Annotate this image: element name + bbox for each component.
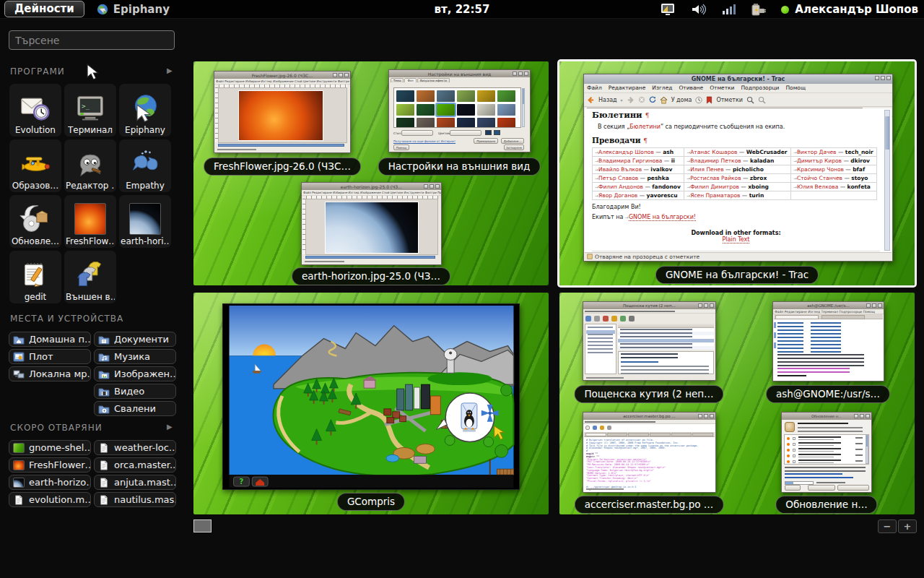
recent-expand-icon[interactable]: ▶ [167, 423, 173, 431]
gcompris-window[interactable]: ? [222, 303, 520, 490]
update-row[interactable] [786, 448, 864, 453]
workspace-2-active[interactable]: GNOME на български! - Trac ФайлРедактира… [559, 61, 915, 285]
workspace-indicator[interactable] [193, 519, 212, 532]
epiphany-browser-window[interactable]: GNOME на български! - Trac ФайлРедактира… [583, 74, 893, 262]
translator-link[interactable]: Стойчо Станчев [797, 175, 842, 181]
recent-item[interactable]: evolution.m… [9, 492, 91, 507]
translator-link[interactable]: Владимира Гиргинова [598, 158, 662, 164]
wallpaper-thumbnail[interactable] [457, 90, 475, 102]
translator-link[interactable]: Филип Димитров [690, 184, 739, 190]
display-settings-icon[interactable] [660, 3, 676, 16]
workspace-4[interactable]: Пощенска кутия (2 неп… ash@GN [559, 293, 915, 514]
battery-icon[interactable] [751, 3, 767, 16]
wallpaper-thumbnail[interactable] [477, 104, 495, 116]
team-link[interactable]: GNOME на български! [629, 214, 696, 221]
wallpaper-thumbnail[interactable] [497, 90, 515, 102]
wallpaper-grid[interactable] [393, 87, 521, 128]
recent-item[interactable]: earth-horizo… [9, 475, 91, 490]
translator-link[interactable]: Ивайло Вълков [598, 166, 642, 173]
wallpaper-thumbnail[interactable] [396, 90, 414, 102]
browser-menu-item[interactable]: Отметки [710, 85, 734, 91]
translator-link[interactable]: Ростислав Райков [690, 175, 741, 181]
browser-menu-item[interactable]: Отиване [679, 85, 703, 91]
wallpaper-thumbnail[interactable] [477, 118, 495, 128]
activities-button[interactable]: Дейности [4, 1, 84, 17]
translator-link[interactable]: Филип Андонов [598, 184, 643, 190]
app-tile[interactable]: earth-hori… [119, 195, 171, 248]
translator-link[interactable]: Атанас Кошаров [690, 149, 737, 155]
update-row[interactable] [786, 436, 864, 441]
gimp-freshflower-window[interactable]: FreshFlower.jpg-26.0 (ЧЗС… Файл Редактир… [214, 71, 351, 153]
app-tile[interactable]: Редактор … [64, 139, 116, 192]
translator-link[interactable]: Александър Шопов [598, 149, 654, 155]
place-item[interactable]: Локална мр… [9, 366, 91, 381]
appearance-tabs[interactable]: ТемаФонВизуални ефекти [389, 77, 530, 82]
recent-item[interactable]: anjuta.mast… [94, 475, 176, 490]
app-tile[interactable]: Обновле… [9, 195, 61, 248]
workspace-add-button[interactable]: + [898, 519, 917, 533]
app-tile[interactable]: Evolution [9, 84, 61, 137]
place-item[interactable]: Домашна п… [9, 332, 91, 347]
browser-menu-item[interactable]: Файл [587, 85, 602, 91]
network-signal-icon[interactable] [720, 3, 736, 16]
update-row[interactable] [786, 460, 864, 465]
place-item[interactable]: Плот [9, 349, 91, 364]
search-input[interactable] [9, 30, 175, 50]
browser-menu-item[interactable]: Помощ [785, 85, 806, 91]
translator-link[interactable]: Явор Доганов [598, 192, 637, 199]
wallpaper-thumbnail[interactable] [457, 118, 475, 128]
wallpaper-thumbnail[interactable] [417, 104, 435, 116]
wallpaper-thumbnail[interactable] [497, 104, 515, 116]
volume-icon[interactable] [690, 3, 706, 16]
browser-menu-item[interactable]: Редактиране [609, 85, 646, 91]
app-tile[interactable]: >_Терминал [64, 84, 116, 137]
place-item[interactable]: Документи [94, 332, 176, 347]
clock[interactable]: вт, 22:57 [435, 3, 490, 16]
wallpaper-thumbnail[interactable] [437, 118, 455, 128]
wallpaper-thumbnail[interactable] [457, 104, 475, 116]
recent-item[interactable]: orca.master.… [94, 457, 176, 473]
app-tile[interactable]: gedit [9, 251, 61, 303]
terminal-window[interactable]: ash@GNOME:/usr/s… Файл Редактиране Изгле… [772, 301, 884, 381]
recent-item[interactable]: nautilus.mas… [94, 492, 176, 507]
recent-item[interactable]: FreshFlower… [9, 457, 91, 473]
wallpaper-thumbnail[interactable] [437, 90, 455, 102]
gedit-window[interactable]: accerciser.master.bg.po … # Bulgarian tr… [583, 412, 716, 493]
place-item[interactable]: Свалени [94, 401, 176, 416]
wallpaper-thumbnail[interactable] [417, 118, 435, 128]
place-item[interactable]: Музика [94, 349, 176, 364]
remove-button[interactable]: Премахване [474, 138, 498, 144]
place-item[interactable]: Видео [94, 384, 176, 399]
home-button[interactable]: У дома [671, 97, 692, 103]
app-tile[interactable]: Външен в… [64, 251, 116, 303]
get-more-backgrounds-link[interactable]: Получаване на още фонове от Интернет [393, 139, 456, 143]
app-tile[interactable]: Empathy [119, 139, 171, 192]
gimp-earth-window[interactable]: earth-horizon.jpg-25.0 (ЧЗ… Файл Редакти… [301, 182, 442, 265]
wallpaper-thumbnail[interactable] [437, 104, 455, 116]
evolution-mail-window[interactable]: Пощенска кутия (2 неп… [583, 301, 716, 381]
help-button[interactable]: Помощ [393, 144, 409, 150]
recent-item[interactable]: gnome-shel… [9, 440, 91, 455]
app-tile[interactable]: Образов… [9, 139, 61, 192]
workspace-remove-button[interactable]: − [878, 519, 897, 533]
translator-link[interactable]: Красимир Чонов [797, 166, 844, 173]
translator-link[interactable]: Владимир Петков [690, 158, 741, 164]
update-row[interactable] [786, 442, 864, 447]
app-tile[interactable]: Epiphany [119, 84, 171, 137]
workspace-1[interactable]: FreshFlower.jpg-26.0 (ЧЗС… Файл Редактир… [193, 61, 549, 285]
recent-item[interactable]: weather-loc… [94, 440, 176, 455]
app-tile[interactable]: FreshFlow… [64, 195, 116, 248]
update-row[interactable] [786, 454, 864, 459]
browser-menubar[interactable]: ФайлРедактиранеИзгледОтиванеОтметкиПодпр… [584, 84, 892, 93]
browser-menu-item[interactable]: Подпрозорци [741, 85, 779, 91]
translator-link[interactable]: Ясен Праматаров [690, 192, 740, 199]
translator-link[interactable]: Димитър Киров [797, 158, 842, 164]
browser-menu-item[interactable]: Изглед [652, 85, 672, 91]
browser-scrollbar[interactable] [884, 110, 890, 251]
wallpaper-thumbnail[interactable] [477, 90, 495, 102]
wallpaper-thumbnail[interactable] [497, 118, 515, 128]
plain-text-link[interactable]: Plain Text [723, 236, 750, 243]
translator-link[interactable]: Виктор Дачев [797, 149, 837, 155]
app-menu[interactable]: Epiphany [96, 3, 170, 16]
appearance-window[interactable]: Настройки на външния вид ТемаФонВизуални… [388, 69, 531, 152]
